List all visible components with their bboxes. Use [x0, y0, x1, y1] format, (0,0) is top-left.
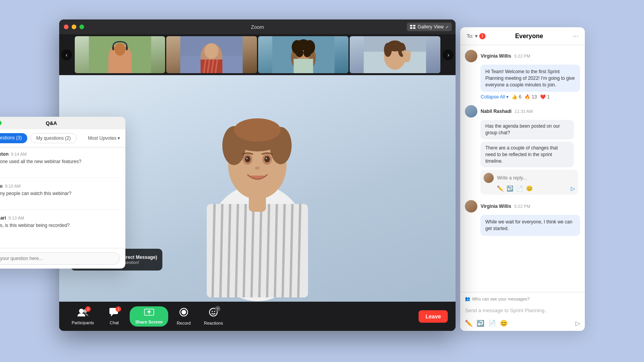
- qa-like-inactive-icon[interactable]: 👍: [0, 231, 120, 239]
- send-options-icon[interactable]: ▷: [575, 320, 580, 327]
- reply-avatar: [484, 173, 494, 183]
- zoom-maximize-button[interactable]: [79, 25, 84, 29]
- thumbnails-prev-button[interactable]: ‹: [61, 49, 72, 60]
- message-header: Virginia Willis 5:22 PM: [465, 200, 580, 213]
- qa-traffic-lights: [0, 121, 2, 125]
- format-text-icon[interactable]: ✏️: [465, 320, 473, 327]
- svg-point-27: [303, 48, 311, 57]
- participant-thumbnail[interactable]: [258, 36, 348, 73]
- quote-icon[interactable]: ↩️: [477, 320, 484, 327]
- reaction-thumbs-up[interactable]: 👍 6: [512, 94, 521, 100]
- svg-point-26: [296, 48, 303, 57]
- quote-icon[interactable]: ↩️: [507, 185, 513, 192]
- participant-thumbnail[interactable]: [166, 36, 257, 73]
- svg-rect-1: [413, 25, 415, 26]
- reply-input[interactable]: [497, 175, 575, 181]
- chat-header: To: ▾ 1 Everyone ···: [460, 27, 585, 45]
- record-icon: [179, 308, 188, 319]
- qa-question-item: David Lu 9:10 AM How many people can wat…: [0, 183, 120, 210]
- emoji-icon[interactable]: 😊: [526, 185, 533, 192]
- qa-title-bar: Q&A: [0, 117, 125, 129]
- zoom-traffic-lights: [64, 25, 84, 29]
- chat-to-label: To:: [466, 33, 473, 39]
- qa-question-item: Ana Amari 9:13 AM Hey guys, is this webi…: [0, 215, 120, 244]
- participant-1-video: [75, 36, 165, 73]
- share-screen-button[interactable]: Share Screen: [130, 306, 168, 327]
- message-bubble: Has the agenda been posted on our group …: [480, 120, 574, 139]
- chat-to-selector[interactable]: To: ▾ 1: [466, 33, 485, 39]
- message-avatar: [465, 200, 477, 213]
- reactions-icon: +: [209, 308, 218, 319]
- collapse-all-button[interactable]: Collapse All ▾: [480, 94, 509, 100]
- message-time: 5:22 PM: [514, 54, 530, 58]
- leave-button[interactable]: Leave: [419, 310, 448, 323]
- message-bubble: While we wait for everyone, I think we c…: [480, 215, 580, 236]
- qa-question-author: Lena Oxton: [0, 151, 9, 157]
- zoom-close-button[interactable]: [64, 25, 69, 29]
- svg-rect-0: [410, 25, 412, 26]
- participant-3-video: [258, 36, 348, 73]
- svg-point-72: [79, 309, 84, 313]
- message-sender: Virginia Willis: [480, 204, 511, 209]
- chat-messages-list: Virginia Willis 5:22 PM Hi Team! Welcome…: [460, 45, 585, 292]
- svg-point-80: [214, 311, 215, 312]
- reactions-label: Reactions: [204, 321, 223, 325]
- message-time: 11:31 AM: [515, 109, 533, 114]
- gallery-view-button[interactable]: Gallery View ⤢: [407, 23, 452, 31]
- chat-more-button[interactable]: ···: [573, 32, 579, 40]
- svg-point-77: [181, 310, 186, 315]
- qa-my-questions-tab[interactable]: My questions (2): [30, 133, 77, 143]
- main-video-person: [176, 75, 339, 302]
- send-icon[interactable]: ▷: [571, 185, 575, 192]
- qa-questions-list: Lena Oxton 9:14 AM Has anyone used all t…: [0, 148, 125, 248]
- svg-point-65: [264, 156, 270, 162]
- format-icon[interactable]: ✏️: [497, 185, 503, 192]
- send-message-input[interactable]: Send a message to Sprint Planning..: [465, 304, 580, 316]
- participant-4-video: [350, 36, 440, 73]
- qa-question-author: David Lu: [0, 183, 3, 189]
- qa-question-time: 9:14 AM: [11, 152, 26, 156]
- thumbnails-row: ‹: [59, 34, 456, 75]
- reply-icons: ✏️ ↩️ 📄 😊 ▷: [497, 185, 575, 192]
- reactions-plus-icon: +: [215, 306, 220, 311]
- svg-point-64: [245, 156, 250, 162]
- svg-point-67: [266, 158, 267, 159]
- participant-thumbnail[interactable]: [75, 36, 165, 73]
- qa-question-input[interactable]: [0, 252, 120, 265]
- thumbnails-next-button[interactable]: ›: [443, 49, 454, 60]
- reaction-heart[interactable]: ❤️ 1: [540, 94, 550, 100]
- record-label: Record: [177, 321, 190, 325]
- emoji-icon[interactable]: 😊: [500, 320, 508, 327]
- qa-question-header: Ana Amari 9:13 AM: [0, 215, 120, 221]
- zoom-minimize-button[interactable]: [72, 25, 76, 29]
- chat-badge: 1: [116, 306, 121, 312]
- reaction-fire[interactable]: 🔥 13: [524, 94, 537, 100]
- participant-thumbnail[interactable]: [350, 36, 440, 73]
- svg-rect-3: [413, 27, 415, 29]
- file-icon[interactable]: 📄: [516, 185, 523, 192]
- gallery-view-label: Gallery View: [417, 24, 443, 30]
- reactions-button[interactable]: + Reactions: [199, 306, 228, 327]
- qa-maximize-button[interactable]: [0, 121, 2, 125]
- qa-all-questions-tab[interactable]: All questions (3): [0, 133, 27, 143]
- qa-like-button[interactable]: 👍 1: [0, 199, 120, 205]
- expand-icon: ⤢: [445, 25, 449, 29]
- qa-sort-dropdown[interactable]: Most Upvotes ▾: [88, 133, 120, 143]
- chat-panel-title: Everyone: [489, 33, 569, 40]
- reply-area: ✏️ ↩️ 📄 😊 ▷: [480, 170, 578, 195]
- qa-like-button[interactable]: 👍 2: [0, 167, 120, 173]
- participant-2-video: [166, 36, 257, 73]
- participants-button[interactable]: 2 Participants: [67, 306, 99, 327]
- svg-line-38: [405, 51, 406, 55]
- record-button[interactable]: Record: [170, 306, 197, 327]
- attachment-icon[interactable]: 📄: [488, 320, 496, 327]
- message-bubble: Hi Team! Welcome to the first Sprint Pla…: [480, 65, 580, 92]
- message-sender: Nabil Rashadi: [480, 109, 511, 114]
- qa-footer: [0, 248, 125, 269]
- message-group: Virginia Willis 5:22 PM Hi Team! Welcome…: [465, 50, 580, 100]
- message-sender: Virginia Willis: [480, 53, 511, 59]
- svg-point-79: [212, 311, 213, 312]
- chat-toolbar-button[interactable]: 1 Chat: [100, 306, 128, 327]
- svg-point-66: [246, 158, 248, 159]
- chat-footer: 👥 Who can see your messages? Send a mess…: [460, 292, 585, 331]
